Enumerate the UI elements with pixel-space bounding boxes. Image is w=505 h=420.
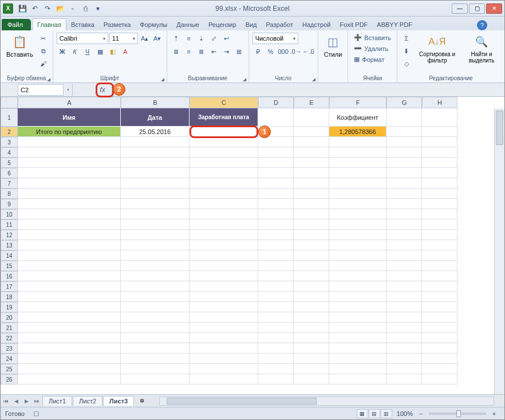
cell-a24[interactable] xyxy=(18,354,121,364)
row-header-11[interactable]: 11 xyxy=(1,219,18,230)
cell-f13[interactable] xyxy=(329,240,386,250)
cell-g13[interactable] xyxy=(386,240,422,250)
cell-g7[interactable] xyxy=(386,178,422,189)
font-launcher-icon[interactable]: ◢ xyxy=(161,77,164,82)
cell-h7[interactable] xyxy=(422,178,457,189)
cell-f21[interactable] xyxy=(329,323,386,333)
sheet-tab-2[interactable]: Лист2 xyxy=(73,396,102,406)
decrease-indent-icon[interactable]: ⇤ xyxy=(208,46,220,57)
cell-b13[interactable] xyxy=(121,240,190,250)
cell-b18[interactable] xyxy=(121,292,190,302)
decrease-decimal-icon[interactable]: ←.0 xyxy=(303,46,314,57)
format-cells-button[interactable]: ▦Формат xyxy=(352,54,386,64)
cell-e25[interactable] xyxy=(294,364,329,374)
cell-h20[interactable] xyxy=(422,312,457,323)
border-button[interactable]: ▦ xyxy=(94,46,106,57)
cell-f5[interactable] xyxy=(329,158,386,168)
row-header-6[interactable]: 6 xyxy=(1,168,18,178)
cell-f8[interactable] xyxy=(329,189,386,199)
cell-e21[interactable] xyxy=(294,323,329,333)
cell-b20[interactable] xyxy=(121,312,190,323)
row-header-2[interactable]: 2 xyxy=(1,127,18,137)
cell-e10[interactable] xyxy=(294,209,329,219)
number-launcher-icon[interactable]: ◢ xyxy=(312,77,315,82)
zoom-slider[interactable] xyxy=(429,413,486,415)
cell-e22[interactable] xyxy=(294,333,329,343)
cell-e23[interactable] xyxy=(294,343,329,354)
cell-h22[interactable] xyxy=(422,333,457,343)
cell-c11[interactable] xyxy=(190,219,258,230)
col-header-c[interactable]: C xyxy=(190,97,258,108)
cell-f12[interactable] xyxy=(329,230,386,240)
cell-e12[interactable] xyxy=(294,230,329,240)
cell-d14[interactable] xyxy=(258,250,294,261)
paste-button[interactable]: 📋 Вставить xyxy=(4,33,35,59)
cell-a1[interactable]: Имя xyxy=(18,108,121,127)
cell-e17[interactable] xyxy=(294,281,329,292)
tab-home[interactable]: Главная xyxy=(32,18,66,30)
sheet-tab-3[interactable]: Лист3 xyxy=(103,396,134,406)
save-icon[interactable]: 💾 xyxy=(17,3,28,14)
cell-h10[interactable] xyxy=(422,209,457,219)
cell-d10[interactable] xyxy=(258,209,294,219)
comma-icon[interactable]: 000 xyxy=(278,46,289,57)
cell-c24[interactable] xyxy=(190,354,258,364)
cell-a25[interactable] xyxy=(18,364,121,374)
merge-button[interactable]: ⊞ xyxy=(234,46,245,57)
font-color-button[interactable]: A xyxy=(120,46,131,57)
autosum-icon[interactable]: Σ xyxy=(401,33,412,44)
cell-a13[interactable] xyxy=(18,240,121,250)
tab-view[interactable]: Вид xyxy=(241,19,262,30)
currency-icon[interactable]: ₽ xyxy=(253,46,264,57)
sort-filter-button[interactable]: A↓Я Сортировка и фильтр xyxy=(415,33,460,65)
cell-f24[interactable] xyxy=(329,354,386,364)
cell-d13[interactable] xyxy=(258,240,294,250)
cell-e24[interactable] xyxy=(294,354,329,364)
cell-g12[interactable] xyxy=(386,230,422,240)
cell-a22[interactable] xyxy=(18,333,121,343)
col-header-f[interactable]: F xyxy=(329,97,386,108)
cell-d21[interactable] xyxy=(258,323,294,333)
cell-c10[interactable] xyxy=(190,209,258,219)
cell-g22[interactable] xyxy=(386,333,422,343)
cell-b9[interactable] xyxy=(121,199,190,209)
cell-g11[interactable] xyxy=(386,219,422,230)
cell-b14[interactable] xyxy=(121,250,190,261)
row-header-12[interactable]: 12 xyxy=(1,230,18,240)
row-header-17[interactable]: 17 xyxy=(1,281,18,292)
tab-addins[interactable]: Надстрой xyxy=(298,19,335,30)
cell-g9[interactable] xyxy=(386,199,422,209)
cell-c13[interactable] xyxy=(190,240,258,250)
cell-g20[interactable] xyxy=(386,312,422,323)
cell-c21[interactable] xyxy=(190,323,258,333)
cell-g15[interactable] xyxy=(386,261,422,271)
cell-g24[interactable] xyxy=(386,354,422,364)
cell-d26[interactable] xyxy=(258,374,294,384)
cell-d24[interactable] xyxy=(258,354,294,364)
cut-icon[interactable]: ✂ xyxy=(38,33,49,44)
formula-input[interactable] xyxy=(112,84,504,96)
cell-h15[interactable] xyxy=(422,261,457,271)
cell-d1[interactable] xyxy=(258,108,294,127)
cell-a11[interactable] xyxy=(18,219,121,230)
view-page-layout-icon[interactable]: ▤ xyxy=(369,409,380,418)
cell-a19[interactable] xyxy=(18,302,121,312)
align-left-icon[interactable]: ≣ xyxy=(171,46,182,57)
cell-e6[interactable] xyxy=(294,168,329,178)
styles-button[interactable]: ◫ Стили xyxy=(322,33,345,59)
qat-customize-icon[interactable]: ▾ xyxy=(92,3,104,14)
cell-d6[interactable] xyxy=(258,168,294,178)
cell-g16[interactable] xyxy=(386,271,422,281)
format-painter-icon[interactable]: 🖌 xyxy=(38,58,49,69)
cell-h12[interactable] xyxy=(422,230,457,240)
cell-a23[interactable] xyxy=(18,343,121,354)
cell-b1[interactable]: Дата xyxy=(121,108,190,127)
cell-e1[interactable] xyxy=(294,108,329,127)
cell-c25[interactable] xyxy=(190,364,258,374)
row-header-19[interactable]: 19 xyxy=(1,302,18,312)
cell-g4[interactable] xyxy=(386,147,422,158)
horizontal-scroll-thumb[interactable] xyxy=(167,398,317,405)
view-page-break-icon[interactable]: ▥ xyxy=(381,409,392,418)
tab-review[interactable]: Рецензир xyxy=(204,19,241,30)
cell-f7[interactable] xyxy=(329,178,386,189)
